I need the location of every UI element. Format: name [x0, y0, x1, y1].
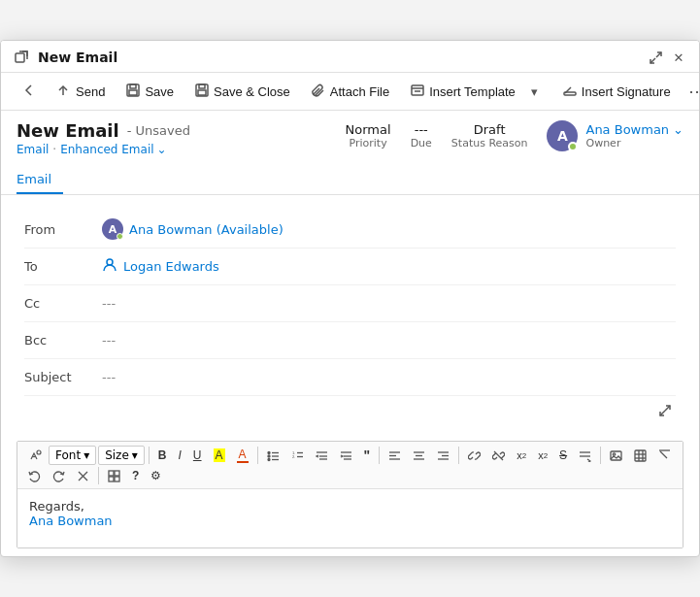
align-right-button[interactable]	[432, 448, 454, 464]
breadcrumb-enhanced-email[interactable]: Enhanced Email ⌄	[60, 143, 167, 156]
svg-point-47	[613, 452, 615, 454]
size-selector[interactable]: Size ▾	[98, 446, 145, 465]
to-value: Logan Edwards	[102, 257, 676, 277]
cc-value[interactable]: ---	[102, 296, 676, 311]
unsaved-label: - Unsaved	[127, 123, 190, 138]
header-right: Normal Priority --- Due Draft Status Rea…	[346, 120, 683, 151]
record-header: New Email - Unsaved Email · Enhanced Ema…	[1, 111, 699, 156]
underline-button[interactable]: U	[188, 447, 207, 464]
from-row: From A Ana Bowman (Available)	[24, 211, 676, 249]
svg-rect-59	[115, 477, 119, 481]
font-selector[interactable]: Font ▾	[49, 446, 96, 465]
owner-name[interactable]: Ana Bowman ⌄	[585, 122, 683, 137]
highlight-button[interactable]: A	[209, 447, 230, 464]
window-title: New Email	[38, 50, 117, 65]
email-window: New Email ✕	[0, 40, 700, 557]
align-center-button[interactable]	[408, 448, 430, 464]
editor-content-line1: Regards,	[29, 499, 671, 514]
bcc-label: Bcc	[24, 333, 102, 348]
remove-format-button[interactable]	[653, 448, 676, 464]
to-row: To Logan Edwards	[24, 249, 676, 285]
breadcrumb-email[interactable]: Email	[17, 143, 49, 156]
insert-template-button[interactable]: Insert Template	[401, 79, 525, 105]
et-divider-3	[379, 447, 380, 464]
svg-point-19	[268, 455, 270, 457]
undo-button[interactable]	[23, 468, 46, 484]
save-button[interactable]: Save	[117, 79, 183, 105]
insert-table-button[interactable]	[629, 448, 651, 464]
title-bar-left: New Email	[13, 49, 117, 66]
unlink-button[interactable]	[487, 448, 510, 464]
priority-label: Priority	[350, 137, 387, 149]
from-name[interactable]: Ana Bowman (Available)	[129, 222, 283, 237]
bullets-button[interactable]	[262, 448, 284, 464]
insert-signature-button[interactable]: Insert Signature	[553, 79, 681, 105]
editor-toolbar: Font ▾ Size ▾ B I U A A	[17, 442, 683, 489]
subject-value[interactable]: ---	[102, 370, 676, 384]
priority-field: Normal Priority	[346, 122, 391, 149]
table-grid-button[interactable]	[103, 468, 125, 484]
breadcrumb-chevron-icon: ⌄	[157, 143, 167, 156]
strikethrough-button[interactable]: S	[554, 447, 572, 464]
save-icon	[126, 83, 140, 100]
tab-email[interactable]: Email	[17, 164, 63, 194]
owner-role: Owner	[585, 137, 683, 149]
header-title-row: New Email - Unsaved	[17, 120, 190, 141]
save-close-button[interactable]: Save & Close	[185, 79, 300, 105]
bcc-value[interactable]: ---	[102, 333, 676, 348]
from-avatar: A	[102, 218, 123, 240]
ai-button[interactable]	[23, 447, 47, 464]
send-icon	[57, 83, 71, 100]
insert-image-button[interactable]	[605, 448, 627, 464]
owner-info: Ana Bowman ⌄ Owner	[585, 122, 683, 149]
svg-rect-46	[611, 451, 621, 460]
svg-point-18	[268, 451, 270, 453]
numbering-button[interactable]: 1. 2.	[286, 448, 309, 464]
breadcrumb: Email · Enhanced Email ⌄	[17, 143, 190, 156]
editor-content[interactable]: Regards, Ana Bowman	[17, 489, 683, 547]
font-chevron-icon: ▾	[83, 448, 89, 462]
decrease-indent-button[interactable]	[311, 448, 333, 464]
svg-rect-56	[109, 471, 114, 476]
svg-rect-0	[16, 53, 24, 62]
font-color-button[interactable]: A	[232, 446, 253, 465]
maximize-icon[interactable]	[647, 49, 664, 66]
increase-indent-button[interactable]	[335, 448, 357, 464]
italic-button[interactable]: I	[174, 447, 186, 464]
editor-settings-button[interactable]: ⚙	[146, 467, 166, 484]
svg-rect-13	[564, 92, 576, 95]
link-button[interactable]	[463, 448, 485, 464]
expand-editor-icon[interactable]	[654, 400, 676, 425]
subscript-button[interactable]: x2	[533, 448, 552, 463]
font-label: Font	[55, 448, 81, 462]
more-options-button[interactable]: ⋯	[683, 77, 700, 106]
editor-content-line2: Ana Bowman	[29, 514, 671, 528]
et-divider-5	[600, 447, 601, 464]
blockquote-button[interactable]: "	[359, 446, 376, 465]
tabs-row: Email	[1, 164, 699, 195]
help-button[interactable]: ?	[127, 467, 144, 484]
attach-file-button[interactable]: Attach File	[302, 79, 399, 105]
send-button[interactable]: Send	[48, 79, 115, 105]
to-label: To	[24, 259, 102, 274]
ltr-button[interactable]	[574, 448, 596, 464]
align-left-button[interactable]	[383, 448, 406, 464]
to-name[interactable]: Logan Edwards	[123, 259, 219, 274]
svg-rect-10	[412, 85, 423, 95]
insert-template-dropdown[interactable]: ▾	[527, 80, 542, 104]
owner-chevron-icon: ⌄	[673, 122, 683, 137]
svg-rect-58	[109, 477, 114, 481]
clear-formatting-button[interactable]	[72, 468, 94, 484]
et-divider-1	[149, 447, 150, 464]
superscript-button[interactable]: x2	[512, 448, 531, 463]
popout-icon[interactable]	[13, 49, 30, 66]
bcc-row: Bcc ---	[24, 322, 676, 359]
redo-button[interactable]	[48, 468, 70, 484]
close-icon[interactable]: ✕	[670, 49, 687, 66]
back-icon	[22, 83, 36, 100]
email-form: From A Ana Bowman (Available) To Loga	[1, 195, 699, 441]
back-button[interactable]	[13, 79, 46, 105]
owner-section: A Ana Bowman ⌄ Owner	[547, 120, 683, 151]
cc-dashes: ---	[102, 296, 116, 311]
bold-button[interactable]: B	[153, 447, 172, 464]
